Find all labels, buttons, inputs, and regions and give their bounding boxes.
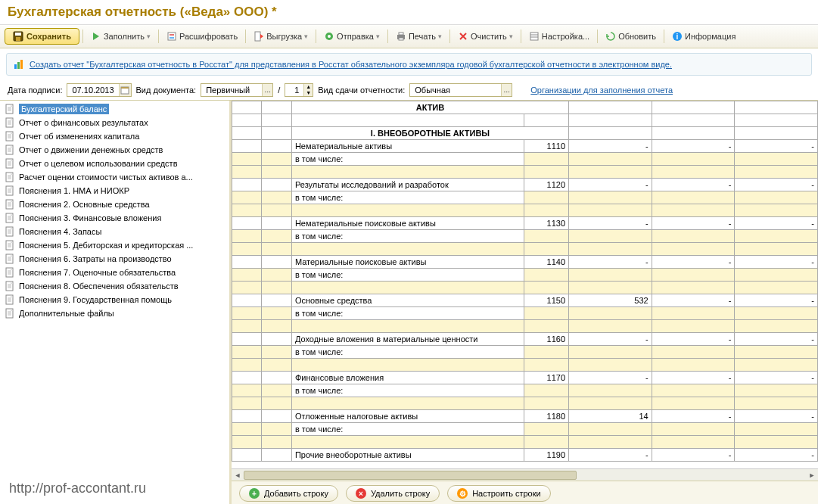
row-value[interactable]: - (652, 179, 735, 191)
row-code[interactable] (524, 346, 568, 359)
num-field[interactable]: 1 ▲▼ (285, 83, 313, 97)
send-button[interactable]: Отправка▾ (319, 29, 384, 44)
row-value[interactable]: - (652, 256, 735, 269)
sidebar-item[interactable]: Пояснения 2. Основные средства (2, 198, 228, 211)
row-code[interactable] (524, 282, 568, 294)
save-button[interactable]: Сохранить (5, 28, 79, 45)
sidebar-item[interactable]: Дополнительные файлы (2, 306, 228, 320)
row-value[interactable] (735, 397, 818, 410)
row-value[interactable] (735, 153, 818, 166)
row-value[interactable] (652, 243, 735, 256)
row-value[interactable]: - (735, 410, 818, 423)
row-value[interactable]: - (652, 333, 735, 346)
row-value[interactable] (569, 307, 652, 320)
row-blank[interactable] (291, 436, 524, 449)
row-value[interactable] (735, 307, 818, 320)
row-value[interactable]: - (735, 372, 818, 384)
row-value[interactable] (652, 423, 735, 436)
type-select[interactable]: Обычная … (409, 83, 512, 97)
type-dots-icon[interactable]: … (501, 84, 512, 96)
sidebar-item[interactable]: Расчет оценки стоимости чистых активов а… (2, 170, 228, 184)
row-value[interactable]: - (652, 140, 735, 153)
row-value[interactable]: - (569, 217, 652, 230)
row-value[interactable] (569, 166, 652, 179)
row-value[interactable] (569, 320, 652, 333)
row-value[interactable] (652, 359, 735, 372)
row-blank[interactable] (291, 359, 524, 372)
row-value[interactable] (569, 243, 652, 256)
row-value[interactable] (735, 191, 818, 204)
row-blank[interactable] (291, 320, 524, 333)
date-field[interactable]: 07.10.2013 (67, 83, 131, 97)
horizontal-scrollbar[interactable]: ◄ ► (232, 468, 818, 481)
row-code[interactable] (524, 423, 568, 436)
kind-select[interactable]: Первичный … (201, 83, 273, 97)
row-value[interactable]: - (652, 449, 735, 462)
row-code[interactable] (524, 166, 568, 179)
row-value[interactable]: - (569, 333, 652, 346)
row-value[interactable]: - (569, 372, 652, 384)
num-down-icon[interactable]: ▼ (303, 90, 313, 96)
row-value[interactable]: - (735, 179, 818, 191)
row-code[interactable] (524, 384, 568, 397)
row-code[interactable] (524, 397, 568, 410)
row-value[interactable]: - (569, 140, 652, 153)
row-value[interactable]: - (569, 449, 652, 462)
sidebar-item[interactable]: Бухгалтерский баланс (2, 102, 228, 116)
info-button[interactable]: i Информация (667, 29, 740, 44)
row-value[interactable]: - (652, 294, 735, 307)
scroll-left-icon[interactable]: ◄ (232, 469, 244, 481)
row-code[interactable] (524, 204, 568, 217)
row-value[interactable] (569, 204, 652, 217)
row-value[interactable] (569, 436, 652, 449)
sidebar-item[interactable]: Пояснения 6. Затраты на производство (2, 252, 228, 266)
banner-link[interactable]: Создать отчет "Бухгалтерская отчетность … (30, 60, 672, 69)
row-code[interactable] (524, 436, 568, 449)
row-value[interactable] (652, 397, 735, 410)
row-code[interactable] (524, 320, 568, 333)
row-value[interactable] (652, 320, 735, 333)
row-blank[interactable] (291, 204, 524, 217)
row-value[interactable]: - (735, 333, 818, 346)
row-value[interactable]: - (569, 256, 652, 269)
row-value[interactable] (735, 166, 818, 179)
sidebar-item[interactable]: Пояснения 4. Запасы (2, 225, 228, 238)
refresh-button[interactable]: Обновить (601, 29, 661, 44)
row-value[interactable] (652, 166, 735, 179)
row-value[interactable] (735, 204, 818, 217)
clear-button[interactable]: Очистить▾ (453, 29, 518, 44)
row-value[interactable] (735, 243, 818, 256)
sidebar-item[interactable]: Пояснения 9. Государственная помощь (2, 293, 228, 306)
cfg-row-button[interactable]: ⚙Настроить строки (447, 485, 551, 502)
del-row-button[interactable]: ×Удалить строку (346, 485, 440, 502)
print-button[interactable]: Печать▾ (391, 29, 446, 44)
decode-button[interactable]: Расшифровать (162, 29, 242, 44)
row-value[interactable] (652, 436, 735, 449)
row-value[interactable] (735, 269, 818, 282)
fill-button[interactable]: Заполнить▾ (86, 29, 155, 44)
row-value[interactable]: - (735, 140, 818, 153)
row-value[interactable] (652, 346, 735, 359)
row-value[interactable]: - (735, 449, 818, 462)
sidebar-item[interactable]: Отчет о движении денежных средств (2, 143, 228, 157)
row-value[interactable] (569, 153, 652, 166)
row-value[interactable] (652, 153, 735, 166)
row-value[interactable] (735, 423, 818, 436)
sidebar-item[interactable]: Пояснения 5. Дебиторская и кредиторская … (2, 238, 228, 252)
row-value[interactable]: - (652, 410, 735, 423)
row-value[interactable] (569, 397, 652, 410)
row-code[interactable] (524, 191, 568, 204)
row-value[interactable]: - (735, 294, 818, 307)
row-value[interactable] (735, 436, 818, 449)
row-value[interactable] (569, 384, 652, 397)
sidebar-item[interactable]: Пояснения 8. Обеспечения обязательств (2, 279, 228, 293)
row-value[interactable] (735, 282, 818, 294)
row-value[interactable] (652, 269, 735, 282)
row-value[interactable] (735, 346, 818, 359)
row-value[interactable] (735, 320, 818, 333)
row-value[interactable] (735, 230, 818, 243)
row-value[interactable] (569, 282, 652, 294)
row-value[interactable] (569, 423, 652, 436)
sidebar-item[interactable]: Пояснения 3. Финансовые вложения (2, 211, 228, 225)
row-blank[interactable] (291, 166, 524, 179)
